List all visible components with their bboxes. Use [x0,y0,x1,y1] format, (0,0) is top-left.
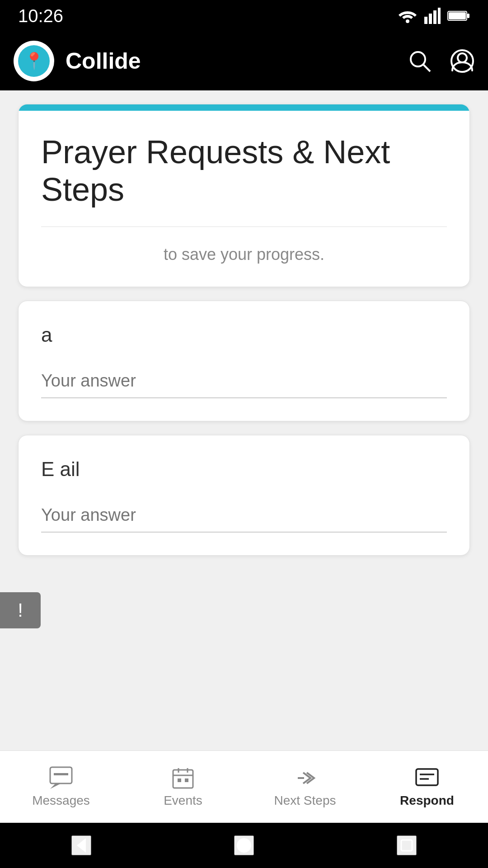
field-label-2: E ail [41,458,447,481]
recents-icon [398,836,416,854]
nav-item-respond[interactable]: Respond [366,766,488,808]
android-nav-bar [0,823,488,868]
logo-inner: 📍 [18,45,50,77]
nav-label-next-steps: Next Steps [274,793,336,808]
svg-line-9 [423,65,430,71]
main-content: Prayer Requests & Next Steps to save you… [0,90,488,750]
form-card-2: E ail [18,435,470,556]
save-progress-text: to save your progress. [41,245,447,287]
status-time: 10:26 [18,6,63,26]
app-logo: 📍 [14,41,54,81]
battery-icon [447,9,470,22]
svg-rect-7 [449,12,466,19]
home-button[interactable] [234,835,254,855]
app-bar-right [408,49,474,73]
svg-marker-14 [54,773,68,775]
messages-icon [49,766,73,790]
nav-item-messages[interactable]: Messages [0,766,122,808]
svg-point-11 [458,53,467,62]
svg-rect-4 [438,8,441,24]
respond-icon [415,766,439,790]
logo-pin-icon: 📍 [24,52,44,71]
nav-label-events: Events [164,793,202,808]
title-card-body: Prayer Requests & Next Steps to save you… [19,111,469,287]
svg-rect-1 [424,17,427,24]
nav-label-messages: Messages [32,793,90,808]
svg-rect-21 [416,769,438,785]
svg-rect-6 [467,14,469,18]
svg-rect-15 [173,770,193,788]
form-card-1: a [18,301,470,421]
title-accent-bar [19,104,469,111]
feedback-button[interactable]: ! [0,592,41,628]
field-label-1: a [41,324,447,346]
back-button[interactable] [71,835,91,855]
app-title: Collide [66,48,141,74]
app-bar-left: 📍 Collide [14,41,141,81]
svg-rect-3 [433,10,436,24]
recents-button[interactable] [397,835,417,855]
wifi-icon [398,9,418,23]
svg-point-8 [411,52,425,66]
signal-icon [424,8,441,24]
back-icon [72,836,90,854]
svg-rect-20 [185,778,188,782]
feedback-icon: ! [18,599,23,621]
nav-label-respond: Respond [400,793,454,808]
svg-point-25 [237,838,251,853]
search-icon [408,49,432,73]
nav-item-next-steps[interactable]: Next Steps [244,766,366,808]
title-divider [41,226,447,227]
status-bar: 10:26 [0,0,488,32]
next-steps-icon [293,766,317,790]
svg-rect-2 [429,14,432,24]
home-icon [235,836,253,854]
title-card: Prayer Requests & Next Steps to save you… [18,104,470,287]
svg-point-0 [406,19,409,23]
bottom-nav: Messages Events Next Steps Respond [0,750,488,823]
account-button[interactable] [450,49,474,73]
search-button[interactable] [408,49,432,73]
events-icon [171,766,195,790]
app-bar: 📍 Collide [0,32,488,90]
nav-item-events[interactable]: Events [122,766,244,808]
page-title: Prayer Requests & Next Steps [41,133,447,208]
svg-marker-24 [77,838,86,853]
field-input-1[interactable] [41,364,447,398]
account-icon [450,49,474,73]
status-icons [398,8,470,24]
svg-marker-13 [50,783,61,789]
svg-rect-26 [401,840,412,851]
svg-rect-19 [178,778,181,782]
field-input-2[interactable] [41,499,447,533]
